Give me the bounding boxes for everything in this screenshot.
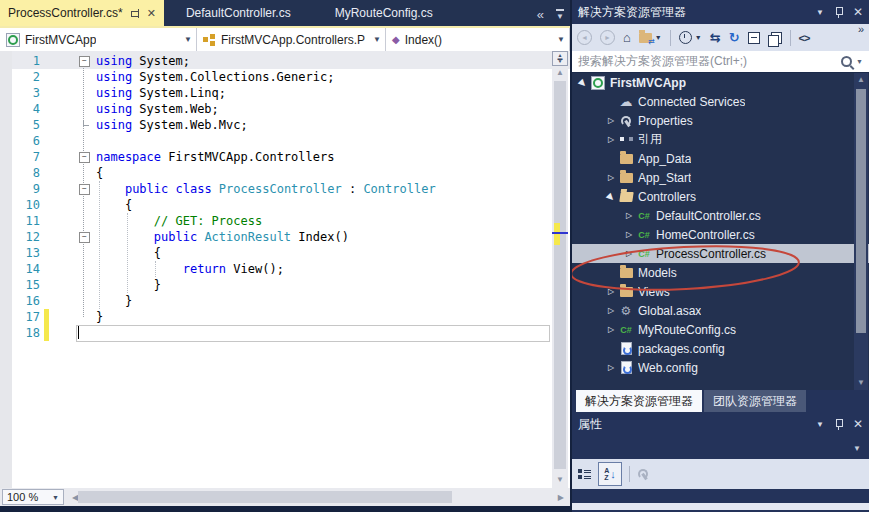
tree-item-label: Views <box>638 285 670 299</box>
scroll-tabs-icon[interactable]: « <box>537 7 544 22</box>
chevron-expanded-icon[interactable]: ▶ <box>603 188 620 205</box>
window-position-icon[interactable]: ▼ <box>816 8 824 17</box>
chevron-collapsed-icon[interactable]: ▷ <box>604 363 618 372</box>
tool-tab-item[interactable]: 团队资源管理器 <box>704 390 806 412</box>
chevron-collapsed-icon[interactable]: ▷ <box>604 116 618 125</box>
view-code-icon[interactable]: <> <box>799 32 810 44</box>
tab-defaultcontroller-cs[interactable]: DefaultController.cs <box>164 0 313 26</box>
references-icon <box>618 135 634 144</box>
cloud-icon: ☁ <box>618 97 634 107</box>
show-all-files-icon[interactable] <box>771 32 782 44</box>
forward-icon[interactable]: ► <box>600 30 615 45</box>
alphabetical-sort-button[interactable]: AZ ↓ <box>598 462 622 486</box>
search-icon <box>841 56 852 67</box>
property-pages-icon[interactable] <box>637 468 650 481</box>
tree-item-controllers[interactable]: ▶Controllers <box>572 187 869 206</box>
tree-vertical-scrollbar[interactable]: ▲ ▼ <box>854 73 868 390</box>
config-icon <box>618 361 634 374</box>
tree-scroll-thumb[interactable] <box>856 89 866 333</box>
tree-item-web-config[interactable]: ▷Web.config <box>572 358 869 377</box>
code-line: // GET: Process <box>96 213 436 229</box>
close-icon[interactable]: ✕ <box>853 5 863 19</box>
scroll-right-icon[interactable]: ▶ <box>558 493 564 502</box>
collapse-region-icon[interactable]: − <box>79 184 90 195</box>
close-icon[interactable]: ✕ <box>853 417 863 431</box>
code-editor[interactable]: 123456789101112131415161718 −−−− using S… <box>0 51 570 488</box>
project-dropdown[interactable]: FirstMVCApp ▼ <box>0 28 197 51</box>
properties-titlebar[interactable]: 属性 ▼ ✕ <box>572 412 869 436</box>
scroll-up-icon[interactable]: ▲ <box>854 73 868 87</box>
vertical-scroll-thumb[interactable] <box>554 81 566 469</box>
chevron-collapsed-icon[interactable]: ▷ <box>604 306 618 315</box>
tree-item-defaultcontroller-cs[interactable]: ▷C#DefaultController.cs <box>572 206 869 225</box>
tree-item-homecontroller-cs[interactable]: ▷C#HomeController.cs <box>572 225 869 244</box>
code-line: { <box>96 165 436 181</box>
collapse-region-icon[interactable]: − <box>79 56 90 67</box>
editor-vertical-scrollbar[interactable]: ▲▬▼ ▲ ▼ <box>552 51 568 488</box>
tree-item-models[interactable]: Models <box>572 263 869 282</box>
refresh-icon[interactable]: ↻ <box>729 30 740 45</box>
pin-icon[interactable] <box>834 418 843 430</box>
code-line: { <box>96 197 436 213</box>
tree-item-packages-config[interactable]: packages.config <box>572 339 869 358</box>
pending-changes-filter-button[interactable]: ▼ <box>679 31 702 44</box>
tab-myrouteconfig-cs[interactable]: MyRouteConfig.cs <box>313 0 455 26</box>
pin-icon[interactable] <box>130 8 140 19</box>
chevron-collapsed-icon[interactable]: ▷ <box>604 135 618 144</box>
categorized-view-icon[interactable] <box>578 468 591 480</box>
zoom-level-dropdown[interactable]: 100 % ▼ <box>2 489 64 505</box>
code-line: } <box>96 309 436 325</box>
properties-grid-area <box>572 503 869 510</box>
scroll-up-icon[interactable]: ▲ <box>552 66 568 80</box>
chevron-collapsed-icon[interactable]: ▷ <box>622 249 636 258</box>
chevron-collapsed-icon[interactable]: ▷ <box>622 230 636 239</box>
switch-views-button[interactable]: ▼ <box>639 33 662 43</box>
file-list-dropdown-icon[interactable]: ▼ <box>556 9 564 21</box>
properties-title: 属性 <box>578 416 602 433</box>
tree-item-views[interactable]: ▷Views <box>572 282 869 301</box>
type-dropdown[interactable]: FirstMVCApp.Controllers.P ▼ <box>197 28 386 51</box>
chevron-collapsed-icon[interactable]: ▷ <box>604 173 618 182</box>
window-position-icon[interactable]: ▼ <box>816 420 824 429</box>
tool-window-tab-group: 解决方案资源管理器团队资源管理器 <box>572 390 869 412</box>
collapse-all-icon[interactable] <box>748 32 760 44</box>
tree-item-item[interactable]: ▷引用 <box>572 130 869 149</box>
scroll-down-icon[interactable]: ▼ <box>552 473 568 487</box>
chevron-collapsed-icon[interactable]: ▷ <box>604 325 618 334</box>
solution-explorer-search[interactable]: 搜索解决方案资源管理器(Ctrl+;) ▼ <box>572 51 869 73</box>
tree-item-app-start[interactable]: ▷App_Start <box>572 168 869 187</box>
back-icon[interactable]: ◄ <box>577 30 592 45</box>
chevron-down-icon: ▼ <box>367 35 381 44</box>
tree-item-label: Controllers <box>638 190 696 204</box>
sync-with-active-document-icon[interactable]: ⇆ <box>710 30 721 45</box>
tree-item-app-data[interactable]: App_Data <box>572 149 869 168</box>
tree-item-properties[interactable]: ▷Properties <box>572 111 869 130</box>
scroll-down-icon[interactable]: ▼ <box>854 376 868 390</box>
search-options-icon[interactable]: ▼ <box>856 58 863 65</box>
toolbar-overflow-icon[interactable]: » <box>858 24 864 34</box>
horizontal-scroll-thumb[interactable] <box>78 491 452 503</box>
tree-item-global-asax[interactable]: ▷⚙Global.asax <box>572 301 869 320</box>
home-icon[interactable]: ⌂ <box>623 30 631 45</box>
solution-explorer-titlebar[interactable]: 解决方案资源管理器 ▼ ✕ <box>572 0 869 24</box>
tool-tab-item[interactable]: 解决方案资源管理器 <box>576 390 702 412</box>
chevron-collapsed-icon[interactable]: ▷ <box>604 287 618 296</box>
properties-object-dropdown[interactable]: ▼ <box>572 438 869 460</box>
editor-split-handle[interactable]: ▲▬▼ <box>552 51 568 66</box>
tree-item-firstmvcapp[interactable]: ▶FirstMVCApp <box>572 73 869 92</box>
pin-icon[interactable] <box>834 6 843 18</box>
chevron-expanded-icon[interactable]: ▶ <box>575 74 592 91</box>
collapse-region-icon[interactable]: − <box>79 152 90 163</box>
scrollbar-caret-mark <box>552 232 568 234</box>
collapse-region-icon[interactable]: − <box>79 232 90 243</box>
close-icon[interactable]: ✕ <box>147 8 156 19</box>
chevron-down-icon: ▼ <box>853 444 869 453</box>
member-dropdown[interactable]: ◆ Index() ▼ <box>386 28 570 51</box>
chevron-collapsed-icon[interactable]: ▷ <box>622 211 636 220</box>
tree-item-myrouteconfig-cs[interactable]: ▷C#MyRouteConfig.cs <box>572 320 869 339</box>
code-line: public ActionResult Index() <box>96 229 436 245</box>
tab-processcontroller-cs[interactable]: ProcessController.cs*✕ <box>0 0 164 26</box>
tree-item-label: Properties <box>638 114 693 128</box>
tree-item-processcontroller-cs[interactable]: ▷C#ProcessController.cs <box>572 244 869 263</box>
tree-item-connected-services[interactable]: ☁Connected Services <box>572 92 869 111</box>
